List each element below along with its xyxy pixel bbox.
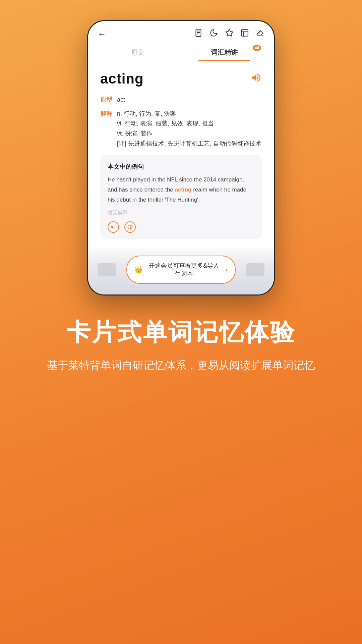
def-line-4: [计] 先进通信技术, 先进计算机工艺, 自动代码翻译技术 bbox=[117, 139, 261, 149]
svg-marker-4 bbox=[226, 29, 233, 36]
top-bar: ← bbox=[88, 21, 274, 43]
phone-frame: ← bbox=[87, 20, 275, 296]
example-icon-row bbox=[108, 221, 254, 233]
top-icon-group bbox=[194, 29, 264, 39]
def-row-jieshi: 解释 n. 行动, 行为, 幕, 法案 vi. 行动, 表演, 假装, 见效, … bbox=[100, 109, 262, 149]
example-translate-button[interactable] bbox=[124, 221, 136, 233]
word-row: acting bbox=[100, 71, 262, 87]
svg-rect-0 bbox=[196, 29, 201, 37]
svg-rect-5 bbox=[241, 30, 248, 36]
example-highlight: acting bbox=[175, 186, 191, 193]
tab-bar: 原文 词汇精讲 44 bbox=[88, 43, 274, 61]
cta-arrow-icon: › bbox=[225, 266, 228, 273]
note-icon[interactable] bbox=[194, 29, 203, 39]
star-icon[interactable] bbox=[225, 29, 234, 39]
eraser-icon[interactable] bbox=[256, 29, 264, 39]
example-box: 本文中的例句 He hasn't played in the NFL since… bbox=[100, 155, 262, 238]
tab-cihui[interactable]: 词汇精讲 44 bbox=[181, 43, 267, 61]
cta-label: 开通会员可查看更多&导入生词本 bbox=[146, 262, 222, 278]
svg-line-8 bbox=[258, 31, 261, 34]
def-line-2: vi. 行动, 表演, 假装, 见效, 表现, 担当 bbox=[117, 119, 261, 129]
def-line-1: n. 行动, 行为, 幕, 法案 bbox=[117, 109, 261, 119]
vip-cta-button[interactable]: 👑 开通会员可查看更多&导入生词本 › bbox=[126, 256, 236, 284]
def-row-yuanxing: 原型 act bbox=[100, 95, 262, 105]
no-explain: 暂无解释 bbox=[108, 210, 254, 216]
menu-icon[interactable] bbox=[240, 29, 249, 39]
content-area: acting 原型 act 解释 n. 行动, 行为, 幕, 法案 vi. 行动… bbox=[88, 61, 274, 246]
tab-yuanwen[interactable]: 原文 bbox=[95, 43, 181, 61]
example-title: 本文中的例句 bbox=[108, 163, 254, 171]
blur-right bbox=[246, 263, 264, 276]
bottom-cta-area: 👑 开通会员可查看更多&导入生词本 › bbox=[88, 246, 274, 294]
moon-icon[interactable] bbox=[209, 29, 218, 39]
back-button[interactable]: ← bbox=[98, 29, 106, 39]
example-sound-button[interactable] bbox=[108, 221, 119, 233]
def-line-3: vt. 扮演, 装作 bbox=[117, 129, 261, 139]
promo-title: 卡片式单词记忆体验 bbox=[47, 319, 315, 345]
sound-button[interactable] bbox=[251, 72, 262, 86]
blur-left bbox=[98, 263, 116, 276]
promo-section: 卡片式单词记忆体验 基于莱特背单词自研记忆体系，更易从阅读扩展单词记忆 bbox=[20, 296, 342, 395]
cihui-badge: 44 bbox=[253, 45, 261, 51]
def-content-jieshi: n. 行动, 行为, 幕, 法案 vi. 行动, 表演, 假装, 见效, 表现,… bbox=[117, 109, 261, 149]
def-label-jieshi: 解释 bbox=[100, 110, 113, 118]
def-label-yuanxing: 原型 bbox=[100, 96, 113, 104]
word-title: acting bbox=[100, 71, 144, 87]
promo-subtitle: 基于莱特背单词自研记忆体系，更易从阅读扩展单词记忆 bbox=[47, 356, 315, 374]
crown-icon: 👑 bbox=[134, 266, 143, 274]
def-content-yuanxing: act bbox=[117, 95, 125, 105]
example-text: He hasn't played in the NFL since the 20… bbox=[108, 175, 254, 205]
